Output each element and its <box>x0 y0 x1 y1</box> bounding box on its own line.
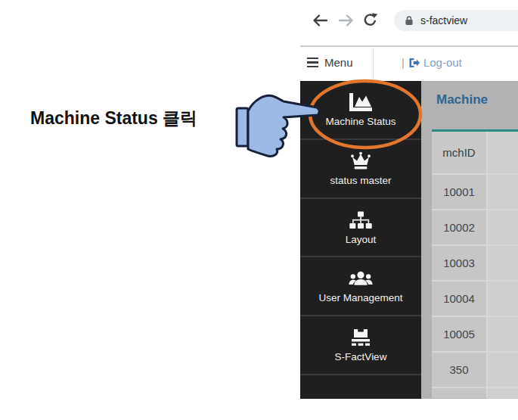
sidebar-item-label: status master <box>330 175 391 186</box>
table-cell-empty <box>488 280 518 316</box>
table-row: 10004 <box>432 280 518 316</box>
table-cell <box>432 387 488 398</box>
menu-button[interactable]: Menu <box>307 56 353 69</box>
table-cell: 10003 <box>432 244 488 280</box>
page-title: Machine <box>436 92 488 107</box>
browser-back-button[interactable] <box>311 11 329 30</box>
annotation-text: Machine Status 클릭 <box>30 107 250 130</box>
crown-icon <box>349 151 373 171</box>
main-content: Machine mchID 10001 10002 10003 10004 <box>421 81 518 399</box>
address-bar[interactable]: s-factview <box>394 10 518 31</box>
hamburger-icon <box>307 58 318 67</box>
table-row: 10003 <box>432 244 518 280</box>
browser-forward-button[interactable] <box>337 11 355 30</box>
machine-table: mchID 10001 10002 10003 10004 10005 <box>432 129 518 399</box>
sitemap-icon <box>349 210 373 230</box>
table-cell: 350 <box>432 351 488 387</box>
sidebar-item-layout[interactable]: Layout <box>300 199 421 257</box>
app-toolbar: Menu | Log-out <box>300 47 518 81</box>
sign-out-icon <box>408 58 420 68</box>
table-header-row: mchID <box>432 132 518 173</box>
forward-arrow-icon <box>337 11 355 30</box>
menu-label: Menu <box>324 56 353 69</box>
sidebar-item-s-factview[interactable]: S-FactView <box>300 316 421 375</box>
page: s-factview Menu | Log-out <box>0 0 518 420</box>
column-header-mchid: mchID <box>432 132 488 173</box>
logout-button[interactable]: | Log-out <box>402 56 462 69</box>
table-cell: 10005 <box>432 316 488 351</box>
reload-icon <box>362 12 378 28</box>
table-cell-empty <box>488 387 518 399</box>
table-row: 10002 <box>432 209 518 244</box>
table-cell: 10004 <box>432 280 488 316</box>
toolbar-divider <box>373 48 374 80</box>
sidebar-item-label: S-FactView <box>335 351 387 362</box>
table-cell-empty <box>488 244 518 280</box>
table-header-spacer <box>488 132 518 173</box>
sidebar-filler <box>300 375 421 399</box>
pointing-hand-icon <box>234 88 325 159</box>
table-row: 10005 <box>432 316 518 351</box>
table-row: 350 <box>432 351 518 387</box>
logout-separator: | <box>402 56 405 69</box>
table-cell: 10002 <box>432 209 488 244</box>
logout-label: Log-out <box>423 56 462 69</box>
browser-reload-button[interactable] <box>362 12 378 28</box>
back-arrow-icon <box>311 11 329 30</box>
table-cell-empty <box>488 351 518 387</box>
table-cell-empty <box>488 173 518 209</box>
browser-chrome: s-factview <box>300 8 518 47</box>
table-cell-empty <box>488 209 518 244</box>
table-cell: 10001 <box>432 173 488 209</box>
sidebar-item-label: Layout <box>346 234 377 245</box>
sidebar-item-user-management[interactable]: User Management <box>300 257 421 316</box>
url-text: s-factview <box>420 14 467 26</box>
table-cell-empty <box>488 316 518 351</box>
users-icon <box>349 269 373 288</box>
table-row: 10001 <box>432 173 518 209</box>
pallet-icon <box>349 328 373 347</box>
sidebar-item-label: User Management <box>318 292 402 303</box>
lock-icon <box>405 15 414 26</box>
table-row-partial <box>432 387 518 399</box>
